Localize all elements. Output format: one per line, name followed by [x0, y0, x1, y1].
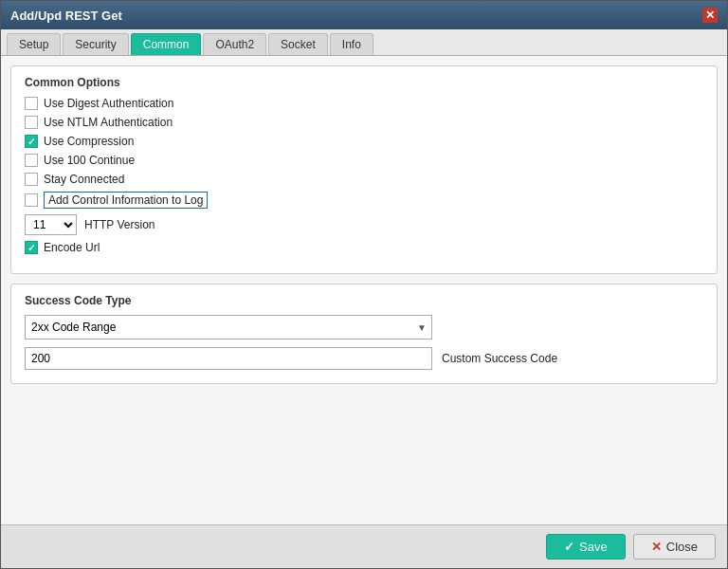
title-bar: Add/Upd REST Get ✕: [1, 1, 727, 29]
tab-common[interactable]: Common: [131, 33, 202, 55]
checkbox-digest[interactable]: [25, 97, 38, 110]
save-button[interactable]: ✓ Save: [546, 534, 626, 560]
content-area: Common Options Use Digest Authentication…: [1, 56, 727, 524]
option-row-ntlm: Use NTLM Authentication: [25, 116, 703, 129]
option-row-stay-connected: Stay Connected: [25, 173, 703, 186]
success-code-dropdown-wrapper: 2xx Code Range Exact Match Custom Range: [25, 315, 432, 340]
close-button[interactable]: ✕ Close: [633, 534, 716, 560]
tab-security[interactable]: Security: [63, 33, 128, 55]
tab-socket[interactable]: Socket: [268, 33, 328, 55]
custom-success-code-label: Custom Success Code: [442, 352, 557, 365]
custom-code-row: Custom Success Code: [25, 347, 703, 370]
option-row-encode-url: Encode Url: [25, 241, 703, 254]
check-icon: ✓: [564, 540, 574, 554]
window-title: Add/Upd REST Get: [10, 9, 122, 23]
custom-code-input[interactable]: [25, 347, 432, 370]
window-close-button[interactable]: ✕: [702, 8, 718, 23]
http-version-select[interactable]: 11 10 20: [25, 214, 77, 235]
label-ntlm: Use NTLM Authentication: [44, 116, 173, 129]
option-row-100-continue: Use 100 Continue: [25, 154, 703, 167]
footer: ✓ Save ✕ Close: [1, 524, 727, 568]
checkbox-ntlm[interactable]: [25, 116, 38, 129]
label-encode-url: Encode Url: [44, 241, 100, 254]
http-version-row: 11 10 20 HTTP Version: [25, 214, 703, 235]
success-code-section: Success Code Type 2xx Code Range Exact M…: [10, 284, 718, 384]
success-code-dropdown[interactable]: 2xx Code Range Exact Match Custom Range: [25, 315, 432, 340]
label-digest: Use Digest Authentication: [44, 97, 173, 110]
x-icon: ✕: [651, 540, 662, 554]
checkbox-compression[interactable]: [25, 135, 38, 148]
success-code-title: Success Code Type: [25, 294, 703, 307]
tab-oauth2[interactable]: OAuth2: [203, 33, 266, 55]
http-version-label: HTTP Version: [84, 218, 155, 231]
label-100-continue: Use 100 Continue: [44, 154, 135, 167]
save-label: Save: [579, 540, 608, 554]
checkbox-control-info[interactable]: [25, 193, 38, 207]
common-options-title: Common Options: [25, 76, 703, 89]
checkbox-encode-url[interactable]: [25, 241, 38, 254]
label-control-info: Add Control Information to Log: [44, 192, 208, 209]
tab-bar: Setup Security Common OAuth2 Socket Info: [1, 29, 727, 56]
success-code-dropdown-row: 2xx Code Range Exact Match Custom Range: [25, 315, 703, 340]
option-row-control-info: Add Control Information to Log: [25, 192, 703, 209]
label-compression: Use Compression: [44, 135, 134, 148]
tab-setup[interactable]: Setup: [7, 33, 61, 55]
main-window: Add/Upd REST Get ✕ Setup Security Common…: [0, 0, 728, 569]
tab-info[interactable]: Info: [330, 33, 373, 55]
checkbox-100-continue[interactable]: [25, 154, 38, 167]
option-row-digest: Use Digest Authentication: [25, 97, 703, 110]
close-label: Close: [666, 540, 698, 554]
common-options-section: Common Options Use Digest Authentication…: [10, 65, 718, 274]
checkbox-stay-connected[interactable]: [25, 173, 38, 186]
label-stay-connected: Stay Connected: [44, 173, 124, 186]
option-row-compression: Use Compression: [25, 135, 703, 148]
